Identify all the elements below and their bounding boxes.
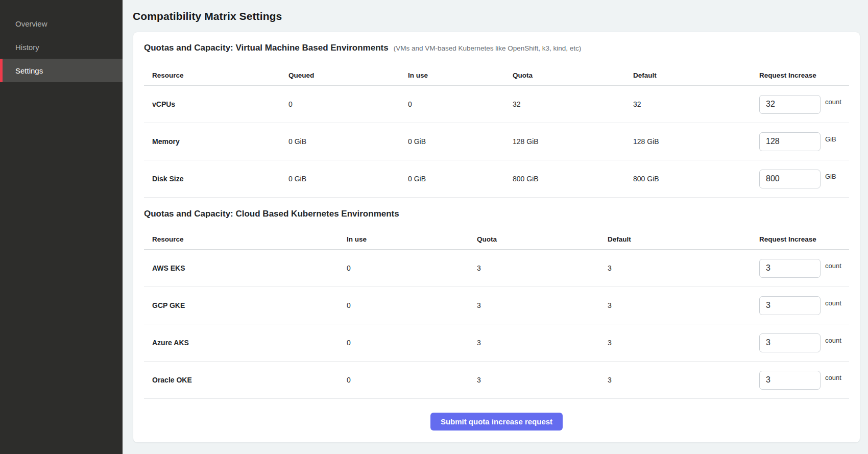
quota-value: 3 bbox=[469, 301, 599, 309]
quota-value: 800 GiB bbox=[504, 175, 625, 183]
queued-value: 0 GiB bbox=[280, 175, 400, 183]
page-title: Compatibility Matrix Settings bbox=[133, 10, 860, 22]
quota-value: 3 bbox=[469, 376, 599, 384]
in-use-value: 0 bbox=[400, 100, 504, 108]
resource-name: vCPUs bbox=[144, 100, 280, 108]
main-content: Compatibility Matrix Settings Quotas and… bbox=[123, 0, 868, 454]
default-value: 32 bbox=[625, 100, 751, 108]
in-use-value: 0 GiB bbox=[400, 175, 504, 183]
default-value: 800 GiB bbox=[625, 175, 751, 183]
default-value: 3 bbox=[599, 301, 751, 309]
quota-value: 32 bbox=[504, 100, 625, 108]
sidebar-item-history[interactable]: History bbox=[0, 35, 123, 59]
table-row-memory: Memory 0 GiB 0 GiB 128 GiB 128 GiB GiB bbox=[144, 123, 849, 160]
request-increase-input-azure-aks[interactable] bbox=[759, 333, 821, 352]
app-window: Overview History Settings Compatibility … bbox=[0, 0, 868, 454]
column-header-queued: Queued bbox=[280, 71, 400, 79]
resource-name: Azure AKS bbox=[144, 339, 339, 347]
vm-section-title: Quotas and Capacity: Virtual Machine Bas… bbox=[144, 43, 389, 53]
default-value: 3 bbox=[599, 264, 751, 272]
table-row-gcp-gke: GCP GKE 0 3 3 count bbox=[144, 287, 849, 324]
sidebar: Overview History Settings bbox=[0, 0, 123, 454]
unit-label: count bbox=[825, 374, 841, 381]
column-header-request-increase: Request Increase bbox=[751, 71, 849, 79]
column-header-resource: Resource bbox=[144, 235, 339, 243]
default-value: 3 bbox=[599, 339, 751, 347]
column-header-default: Default bbox=[625, 71, 751, 79]
vm-quotas-section: Quotas and Capacity: Virtual Machine Bas… bbox=[144, 43, 849, 198]
quota-value: 128 GiB bbox=[504, 137, 625, 146]
request-increase-input-aws-eks[interactable] bbox=[759, 259, 821, 278]
request-increase-input-oracle-oke[interactable] bbox=[759, 371, 821, 390]
table-row-azure-aks: Azure AKS 0 3 3 count bbox=[144, 324, 849, 362]
submit-quota-increase-button[interactable]: Submit quota increase request bbox=[430, 413, 563, 431]
request-increase-input-memory[interactable] bbox=[759, 132, 821, 151]
queued-value: 0 bbox=[280, 100, 400, 108]
in-use-value: 0 bbox=[339, 339, 469, 347]
resource-name: AWS EKS bbox=[144, 264, 339, 272]
request-increase-input-gcp-gke[interactable] bbox=[759, 296, 821, 315]
resource-name: Memory bbox=[144, 137, 280, 146]
column-header-quota: Quota bbox=[469, 235, 599, 243]
column-header-in-use: In use bbox=[400, 71, 504, 79]
table-row-aws-eks: AWS EKS 0 3 3 count bbox=[144, 250, 849, 287]
cloud-quotas-section: Quotas and Capacity: Cloud Based Kuberne… bbox=[144, 209, 849, 399]
vm-table-header: Resource Queued In use Quota Default Req… bbox=[144, 65, 849, 86]
column-header-request-increase: Request Increase bbox=[751, 235, 849, 243]
resource-name: Oracle OKE bbox=[144, 376, 339, 384]
column-header-default: Default bbox=[599, 235, 751, 243]
table-row-oracle-oke: Oracle OKE 0 3 3 count bbox=[144, 362, 849, 399]
quota-value: 3 bbox=[469, 339, 599, 347]
sidebar-item-settings[interactable]: Settings bbox=[0, 59, 123, 82]
sidebar-item-label: Settings bbox=[15, 66, 43, 75]
resource-name: Disk Size bbox=[144, 175, 280, 183]
cloud-section-header: Quotas and Capacity: Cloud Based Kuberne… bbox=[144, 209, 849, 219]
unit-label: count bbox=[825, 98, 841, 106]
cloud-table-header: Resource In use Quota Default Request In… bbox=[144, 229, 849, 250]
unit-label: GiB bbox=[825, 173, 836, 180]
vm-section-subtitle: (VMs and VM-based Kubernetes like OpenSh… bbox=[394, 44, 582, 52]
sidebar-item-label: History bbox=[15, 43, 39, 52]
unit-label: count bbox=[825, 299, 841, 307]
unit-label: count bbox=[825, 262, 841, 270]
unit-label: count bbox=[825, 337, 841, 344]
queued-value: 0 GiB bbox=[280, 137, 400, 146]
cloud-section-title: Quotas and Capacity: Cloud Based Kuberne… bbox=[144, 209, 399, 219]
settings-card: Quotas and Capacity: Virtual Machine Bas… bbox=[133, 32, 860, 443]
in-use-value: 0 bbox=[339, 264, 469, 272]
column-header-quota: Quota bbox=[504, 71, 625, 79]
in-use-value: 0 bbox=[339, 301, 469, 309]
in-use-value: 0 GiB bbox=[400, 137, 504, 146]
request-increase-input-disk-size[interactable] bbox=[759, 170, 821, 188]
table-row-disk-size: Disk Size 0 GiB 0 GiB 800 GiB 800 GiB Gi… bbox=[144, 160, 849, 198]
quota-value: 3 bbox=[469, 264, 599, 272]
sidebar-item-overview[interactable]: Overview bbox=[0, 12, 123, 35]
column-header-resource: Resource bbox=[144, 71, 280, 79]
in-use-value: 0 bbox=[339, 376, 469, 384]
sidebar-item-label: Overview bbox=[15, 19, 47, 28]
request-increase-input-vcpus[interactable] bbox=[759, 95, 821, 114]
vm-section-header: Quotas and Capacity: Virtual Machine Bas… bbox=[144, 43, 849, 53]
resource-name: GCP GKE bbox=[144, 301, 339, 309]
submit-row: Submit quota increase request bbox=[144, 413, 849, 432]
table-row-vcpus: vCPUs 0 0 32 32 count bbox=[144, 86, 849, 123]
unit-label: GiB bbox=[825, 135, 836, 143]
column-header-in-use: In use bbox=[339, 235, 469, 243]
default-value: 3 bbox=[599, 376, 751, 384]
default-value: 128 GiB bbox=[625, 137, 751, 146]
